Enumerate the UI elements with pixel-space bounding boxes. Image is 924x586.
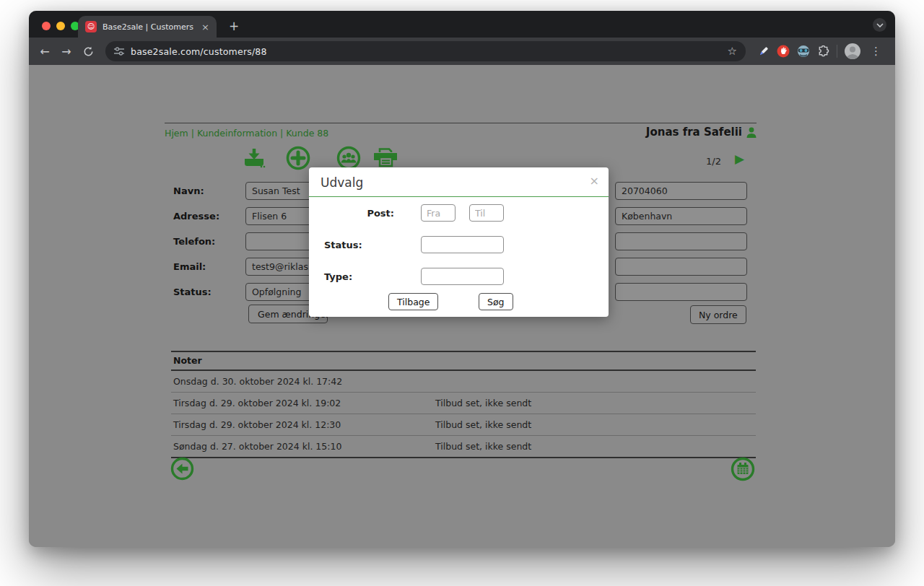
label-email: Email: [173,261,240,272]
go-back-icon[interactable] [170,457,194,481]
note-row[interactable]: Tirsdag d. 29. oktober 2024 kl. 19:02 Ti… [171,393,756,414]
favicon-icon: ☺ [85,21,97,32]
note-date: Tirsdag d. 29. oktober 2024 kl. 12:30 [173,419,435,430]
extensions-puzzle-icon[interactable] [817,45,829,58]
new-order-button[interactable]: Ny ordre [690,305,746,324]
modal-status-label: Status: [324,240,362,250]
tab-close-icon[interactable]: × [201,22,209,32]
new-tab-button[interactable]: + [225,17,243,35]
chevron-down-icon[interactable] [873,18,886,32]
note-row[interactable]: Tirsdag d. 29. oktober 2024 kl. 12:30 Ti… [171,414,756,436]
calendar-icon[interactable] [731,457,755,481]
forward-icon[interactable]: → [56,41,77,61]
note-date: Søndag d. 27. oktober 2024 kl. 15:10 [173,441,435,452]
label-navn: Navn: [173,185,240,196]
tilbage-button[interactable]: Tilbage [388,293,438,310]
profile-avatar[interactable] [845,43,860,59]
minimize-window-button[interactable] [56,22,65,30]
modal-divider [309,196,609,197]
right-field-3-input[interactable] [615,232,747,250]
right-field-1-input[interactable] [615,182,747,200]
tab-title: Base2sale | Customers [103,22,196,32]
by-input[interactable] [615,207,747,225]
url-bar[interactable]: base2sale.com/customers/88 ☆ [105,41,746,61]
breadcrumb[interactable]: Hjem | Kundeinformation | Kunde 88 [165,128,328,139]
soeg-button[interactable]: Søg [479,293,513,310]
breadcrumb-hjem[interactable]: Hjem [165,128,188,139]
extensions-row: ⋮ [753,43,889,59]
logged-in-user: Jonas fra Safelii [646,126,757,139]
udvalg-modal: Udvalg × Post: Status: Type: Tilbage Søg [309,167,609,317]
close-window-button[interactable] [42,22,51,30]
back-icon[interactable]: ← [35,41,55,61]
label-telefon: Telefon: [173,236,240,247]
window-controls [42,22,79,30]
right-field-5-input[interactable] [615,283,747,301]
site-settings-icon[interactable] [114,47,124,56]
top-divider [165,123,757,123]
modal-type-input[interactable] [421,268,504,285]
reload-icon[interactable] [78,41,98,61]
download-icon[interactable] [243,148,266,168]
next-page-icon[interactable]: ▶ [735,152,744,166]
bookmark-star-icon[interactable]: ☆ [728,45,737,58]
note-status: Tilbud set, ikke sendt [435,398,754,408]
note-status: Tilbud set, ikke sendt [435,441,754,452]
modal-title: Udvalg [321,175,363,190]
note-date: Tirsdag d. 29. oktober 2024 kl. 19:02 [173,398,435,408]
modal-type-label: Type: [324,271,352,282]
modal-status-input[interactable] [421,236,504,253]
note-date: Onsdag d. 30. oktober 2024 kl. 17:42 [173,376,435,387]
pen-extension-icon[interactable] [757,45,770,58]
right-field-4-input[interactable] [615,258,747,276]
breadcrumb-kundeinformation[interactable]: Kundeinformation [197,128,277,139]
toolbar-divider [837,45,837,58]
blocker-extension-icon[interactable] [777,45,790,58]
modal-close-icon[interactable]: × [590,174,599,188]
user-icon[interactable] [746,127,757,138]
note-status [435,376,754,387]
label-status: Status: [173,287,240,297]
url-text[interactable]: base2sale.com/customers/88 [131,46,721,57]
browser-window: ☺ Base2sale | Customers × + ← → base2sal… [29,11,895,547]
notes-header: Noter [171,351,756,371]
user-name: Jonas fra Safelii [646,126,742,139]
add-icon[interactable] [286,146,310,170]
customers-icon[interactable] [336,146,361,170]
post-label: Post: [352,208,394,219]
post-til-input[interactable] [469,204,504,222]
note-status: Tilbud set, ikke sendt [435,419,754,430]
goggles-extension-icon[interactable] [797,45,810,58]
pagination-label: 1/2 [706,156,721,167]
label-adresse: Adresse: [173,211,240,222]
page-content: Hjem | Kundeinformation | Kunde 88 Jonas… [29,65,895,547]
tab-strip: ☺ Base2sale | Customers × + [29,11,895,38]
note-row[interactable]: Onsdag d. 30. oktober 2024 kl. 17:42 [171,371,756,393]
print-icon[interactable] [374,148,397,167]
browser-toolbar: ← → base2sale.com/customers/88 ☆ ⋮ [29,38,895,65]
breadcrumb-kunde-88[interactable]: Kunde 88 [286,128,328,139]
post-fra-input[interactable] [421,204,456,222]
note-row[interactable]: Søndag d. 27. oktober 2024 kl. 15:10 Til… [171,436,756,458]
browser-tab[interactable]: ☺ Base2sale | Customers × [78,16,217,38]
notes-table: Noter Onsdag d. 30. oktober 2024 kl. 17:… [171,351,756,458]
browser-menu-icon[interactable]: ⋮ [868,45,885,58]
